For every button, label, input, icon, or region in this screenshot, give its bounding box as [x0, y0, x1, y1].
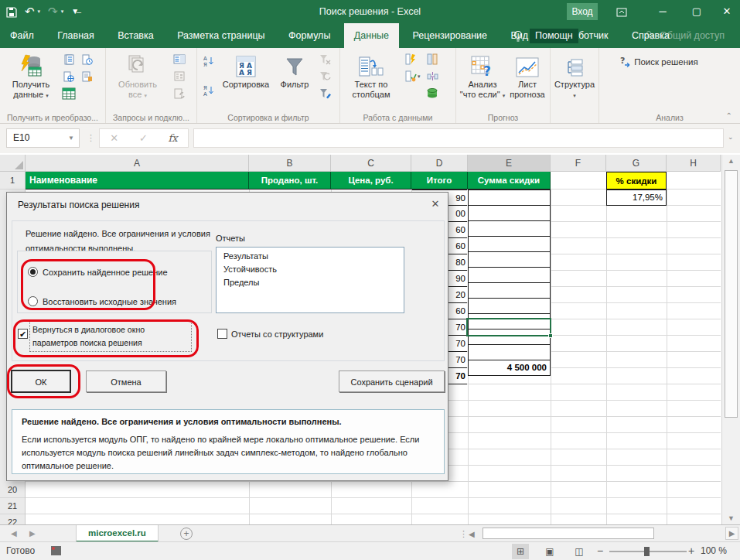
tab-formulas[interactable]: Формулы [278, 23, 340, 48]
queries-connections-icon[interactable] [172, 53, 186, 65]
customize-qat-icon[interactable]: ▼̶ [71, 0, 79, 23]
outline-button[interactable]: Структура▾ [552, 51, 597, 101]
hscroll-right-icon[interactable]: ▶ [725, 527, 738, 540]
cell-g2[interactable]: 17,95% [606, 190, 667, 206]
ok-button[interactable]: ОК [12, 370, 70, 392]
checkbox-outline-reports[interactable] [217, 329, 227, 339]
macro-record-icon[interactable] [51, 546, 61, 555]
reports-listbox[interactable]: Результаты Устойчивость Пределы [216, 247, 404, 313]
solver-button[interactable]: ? Поиск решения [619, 56, 698, 67]
cell-e12[interactable] [468, 344, 551, 360]
zoom-out-icon[interactable]: − [597, 542, 603, 560]
properties-icon[interactable] [172, 70, 186, 82]
cell-e4[interactable] [468, 220, 551, 237]
radio-keep-solution[interactable] [28, 267, 38, 277]
column-header-h[interactable]: H [667, 155, 721, 172]
cancel-entry-icon[interactable]: ✕ [110, 132, 118, 144]
report-item-results[interactable]: Результаты [223, 250, 404, 263]
tab-home[interactable]: Главная [47, 23, 104, 48]
sign-in-button[interactable]: Вход [567, 3, 598, 20]
cell-e6[interactable] [468, 251, 551, 268]
sheet-prev-icon[interactable]: ◀ [11, 525, 17, 542]
column-header-d[interactable]: D [411, 155, 468, 172]
column-header-g[interactable]: G [606, 155, 667, 172]
group-label[interactable]: Анализ [599, 113, 740, 122]
sheet-tab-active[interactable]: microexcel.ru [76, 525, 159, 542]
cell-e8[interactable] [468, 282, 551, 299]
advanced-filter-icon[interactable] [318, 87, 332, 99]
dropdown-arrow-icon[interactable]: ▾ [418, 73, 421, 80]
tab-insert[interactable]: Вставка [107, 23, 163, 48]
share-control[interactable]: Общий доступ [644, 23, 725, 48]
row-header-1[interactable]: 1 [0, 172, 25, 190]
formula-input[interactable] [193, 128, 724, 148]
cell-g1[interactable]: % скидки [606, 172, 667, 190]
cell-a1[interactable]: Наименование [26, 172, 249, 190]
redo-icon[interactable]: ↷ [48, 0, 58, 23]
cell-e3[interactable] [468, 205, 551, 221]
report-item-sensitivity[interactable]: Устойчивость [223, 263, 404, 276]
zoom-slider-thumb[interactable] [644, 547, 650, 556]
get-data-button[interactable]: Получить данные ▾ [6, 51, 56, 101]
undo-icon[interactable]: ↶ [25, 0, 35, 23]
group-label[interactable]: Запросы и подклю... [106, 113, 196, 122]
sort-descending-icon[interactable]: ЯА [202, 84, 216, 96]
insert-function-icon[interactable]: fx [168, 132, 177, 144]
report-item-limits[interactable]: Пределы [223, 276, 404, 289]
consolidate-icon[interactable] [425, 70, 439, 82]
sort-dialog-button[interactable]: Я АА Я Сортировка [220, 51, 271, 90]
zoom-in-icon[interactable]: + [688, 542, 694, 560]
dialog-close-icon[interactable]: ✕ [426, 196, 445, 212]
checkbox-return-to-dialog[interactable]: ✔ [18, 329, 28, 339]
cell-e5[interactable] [468, 236, 551, 252]
expand-formula-bar-icon[interactable]: ⌄ [728, 133, 734, 141]
horizontal-scroll-thumb[interactable] [483, 528, 654, 539]
reapply-filter-icon[interactable] [318, 70, 332, 82]
zoom-level[interactable]: 100 % [701, 542, 727, 560]
row-header-21[interactable]: 21 [0, 498, 25, 514]
sort-ascending-icon[interactable]: АЯ [202, 54, 216, 67]
save-icon[interactable] [6, 0, 17, 23]
cell-e2[interactable] [468, 190, 551, 206]
clear-filter-icon[interactable] [318, 53, 332, 65]
checkbox-return-label[interactable]: Вернуться в диалоговое окно параметров п… [29, 321, 192, 352]
selected-cell-e10[interactable] [466, 318, 551, 336]
edit-links-icon[interactable] [172, 87, 186, 99]
column-header-a[interactable]: A [26, 155, 249, 172]
column-header-e[interactable]: E [468, 155, 551, 172]
vertical-scroll-thumb[interactable] [725, 170, 738, 418]
cell-e7[interactable] [468, 267, 551, 283]
view-normal-icon[interactable]: ⊞ [512, 544, 529, 559]
tell-me-box[interactable]: Помощн [513, 27, 578, 44]
collapse-ribbon-icon[interactable]: ⌃ [726, 111, 732, 120]
undo-dropdown-icon[interactable]: ▾ [38, 9, 41, 15]
cell-h1[interactable] [667, 172, 721, 190]
from-web-icon[interactable] [62, 70, 76, 82]
cell-e1[interactable]: Сумма скидки [468, 172, 551, 190]
cancel-button[interactable]: Отмена [86, 370, 166, 392]
view-page-layout-icon[interactable]: ▣ [541, 544, 558, 559]
remove-duplicates-icon[interactable] [425, 53, 439, 65]
add-sheet-icon[interactable]: + [180, 528, 193, 540]
cell-e13[interactable]: 4 500 000 [468, 360, 551, 376]
group-label[interactable]: Сортировка и фильтр [197, 113, 339, 122]
scroll-up-icon[interactable]: ▲ [722, 155, 740, 167]
cell-c1[interactable]: Цена, руб. [331, 172, 411, 190]
cell-d1[interactable]: Итого [411, 172, 468, 190]
from-text-icon[interactable] [62, 53, 76, 65]
column-header-b[interactable]: B [249, 155, 331, 172]
tab-data[interactable]: Данные [344, 23, 399, 48]
radio-restore-values[interactable] [28, 296, 38, 306]
existing-connections-icon[interactable] [80, 70, 94, 82]
cell-e9[interactable] [468, 298, 551, 314]
group-label[interactable]: Прогноз [456, 113, 550, 122]
row-header-20[interactable]: 20 [0, 482, 25, 498]
minimize-button[interactable]: ─ [650, 0, 676, 23]
view-page-break-icon[interactable]: ◫ [571, 544, 588, 559]
sheet-next-icon[interactable]: ▶ [29, 525, 36, 542]
select-all-corner[interactable] [0, 155, 26, 172]
vertical-scrollbar[interactable]: ▲ ▼ [721, 155, 740, 524]
filter-button[interactable]: Фильтр [275, 51, 315, 90]
hscroll-left-icon[interactable]: ◀ [469, 530, 475, 538]
save-scenario-button[interactable]: Сохранить сценарий [339, 370, 445, 392]
